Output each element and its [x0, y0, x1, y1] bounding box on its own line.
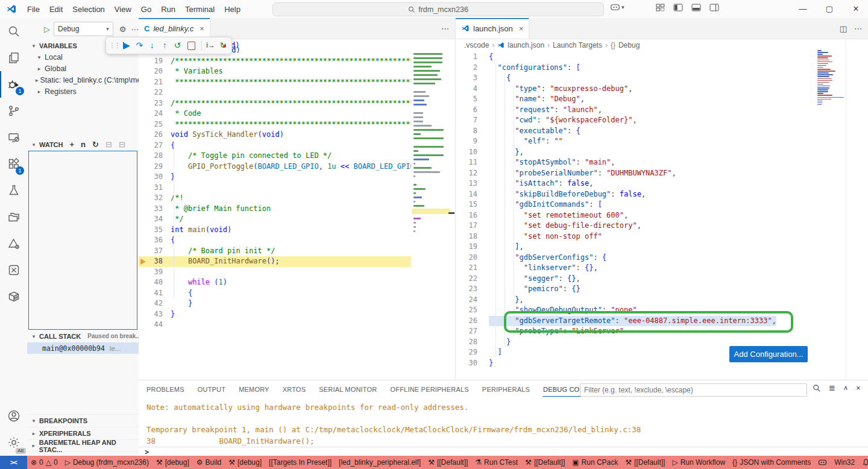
maximize-button[interactable]: ▢: [816, 0, 843, 18]
clear-console-icon[interactable]: ≣: [829, 383, 835, 392]
minimap-json[interactable]: [816, 50, 845, 122]
line-number[interactable]: 7: [456, 115, 477, 126]
watch-format-icon[interactable]: n: [81, 140, 86, 149]
line-number[interactable]: 19: [456, 242, 477, 253]
menu-selection[interactable]: Selection: [68, 5, 109, 14]
line-number[interactable]: 30: [139, 172, 163, 183]
language-mode[interactable]: {} JSON with Comments: [729, 458, 814, 467]
line-number[interactable]: 31: [139, 183, 163, 194]
status-item-debug[interactable]: ⚒[debug]: [225, 458, 265, 467]
line-number[interactable]: 18: [456, 231, 477, 242]
activity-containers[interactable]: [0, 283, 27, 310]
panel-tab-offline-peripherals[interactable]: OFFLINE PERIPHERALS: [390, 382, 470, 396]
restart-button[interactable]: ↺: [172, 38, 183, 53]
reset-device-button[interactable]: ↻: [218, 38, 229, 53]
activity-testing[interactable]: [0, 177, 27, 204]
line-number[interactable]: 43: [139, 309, 163, 320]
line-number[interactable]: 10: [456, 147, 477, 158]
line-number[interactable]: 23: [139, 98, 163, 109]
panel-tab-problems[interactable]: PROBLEMS: [146, 382, 185, 396]
line-number[interactable]: 29: [139, 162, 163, 172]
tab-led-blinky[interactable]: C led_blinky.c ×: [139, 18, 210, 39]
problems-status[interactable]: ⊗ 0 △ 0: [27, 458, 61, 467]
line-number[interactable]: 22: [139, 87, 163, 98]
line-number[interactable]: 39: [139, 267, 163, 278]
menu-help[interactable]: Help: [219, 5, 245, 14]
menu-file[interactable]: File: [22, 5, 45, 14]
line-number[interactable]: 6: [456, 105, 477, 116]
status-item-run-cpack[interactable]: ▣Run CPack: [568, 458, 621, 467]
line-number[interactable]: 30: [456, 358, 477, 369]
close-panel-icon[interactable]: ×: [856, 383, 861, 392]
line-number[interactable]: 41: [139, 288, 163, 299]
maximize-panel-icon[interactable]: ∧: [843, 384, 848, 392]
breadcrumb-item[interactable]: launch.json: [508, 41, 544, 49]
line-number[interactable]: 26: [139, 130, 163, 140]
line-number[interactable]: 34: [139, 214, 163, 225]
panel-tab-xrtos[interactable]: XRTOS: [282, 382, 307, 396]
account-button[interactable]: [0, 403, 27, 429]
toggle-sidebar-icon[interactable]: [673, 4, 683, 11]
line-number[interactable]: 25: [139, 119, 163, 130]
status-item-led_blinky_peripheral.elf[interactable]: [led_blinky_peripheral.elf]: [335, 458, 424, 467]
search-icon[interactable]: [813, 384, 821, 392]
line-number[interactable]: 20: [139, 66, 163, 77]
status-item-debug[interactable]: ⚒[debug]: [153, 458, 193, 467]
command-center-search[interactable]: frdm_mcxn236: [272, 2, 604, 16]
copilot-status[interactable]: [814, 459, 831, 466]
filter-input[interactable]: [580, 386, 807, 394]
line-number[interactable]: 2: [456, 63, 477, 74]
variables-item-global[interactable]: ▸Global: [27, 63, 139, 74]
line-number[interactable]: 17: [456, 221, 477, 231]
close-window-button[interactable]: ✕: [843, 0, 868, 18]
line-number[interactable]: 27: [456, 326, 477, 337]
line-number[interactable]: 4: [456, 84, 477, 95]
line-number[interactable]: 23: [456, 284, 477, 295]
copilot-menu[interactable]: ▾: [610, 3, 624, 11]
line-number[interactable]: 14: [456, 189, 477, 200]
activity-config-tools[interactable]: [0, 230, 27, 257]
close-tab-icon[interactable]: ×: [519, 24, 524, 33]
debug-console-output[interactable]: Note: automatically using hardware break…: [139, 397, 868, 452]
activity-xtools[interactable]: [0, 257, 27, 283]
panel-tab-output[interactable]: OUTPUT: [197, 382, 226, 396]
line-number[interactable]: 44: [139, 319, 163, 330]
split-editor-icon[interactable]: ◫: [840, 24, 847, 33]
activity-explorer[interactable]: [0, 45, 27, 71]
line-number[interactable]: 25: [456, 305, 477, 316]
add-watch-icon[interactable]: +: [70, 140, 75, 149]
menu-view[interactable]: View: [110, 5, 136, 14]
close-tab-icon[interactable]: ×: [200, 24, 204, 33]
drag-grip-icon[interactable]: ⋮⋮: [108, 38, 120, 53]
line-number[interactable]: 35: [139, 225, 163, 236]
collapse-all-icon[interactable]: ⊟: [105, 140, 112, 149]
line-number[interactable]: 11: [456, 157, 477, 168]
line-number[interactable]: 16: [456, 210, 477, 221]
status-item-default[interactable]: ⚒[[Default]]: [521, 458, 568, 467]
line-number[interactable]: 5: [456, 94, 477, 105]
add-configuration-button[interactable]: Add Configuration...: [729, 346, 808, 362]
panel-tab-memory[interactable]: MEMORY: [238, 382, 270, 396]
line-number[interactable]: 13: [456, 178, 477, 189]
launch-config-select[interactable]: Debug ▾: [54, 22, 113, 36]
line-number[interactable]: 28: [456, 337, 477, 348]
continue-button[interactable]: ▶: [121, 38, 133, 53]
line-number[interactable]: 33: [139, 204, 163, 215]
line-number[interactable]: 19: [139, 56, 163, 67]
more-actions-icon[interactable]: ⋯: [441, 24, 449, 33]
toggle-secondary-sidebar-icon[interactable]: [709, 4, 719, 11]
jump-to-cursor-button[interactable]: i→: [205, 38, 216, 53]
menu-terminal[interactable]: Terminal: [180, 5, 219, 14]
code-editor-json[interactable]: 1{2 "configurations": [3 {4 "type": "mcu…: [456, 52, 815, 377]
breadcrumb-item[interactable]: .vscode: [464, 41, 489, 49]
variables-item-registers[interactable]: ▸Registers: [27, 86, 139, 97]
step-into-button[interactable]: ↓: [146, 38, 158, 53]
line-number[interactable]: 27: [139, 140, 163, 151]
console-filter[interactable]: [580, 383, 807, 397]
tab-launch-json[interactable]: launch.json ×: [456, 18, 529, 39]
configure-gear-icon[interactable]: ⚙: [119, 25, 127, 34]
line-number[interactable]: 8: [456, 126, 477, 137]
line-number[interactable]: 22: [456, 274, 477, 285]
status-item-targets-in-preset[interactable]: [[Targets In Preset]]: [265, 458, 335, 467]
line-number[interactable]: 21: [139, 77, 163, 88]
